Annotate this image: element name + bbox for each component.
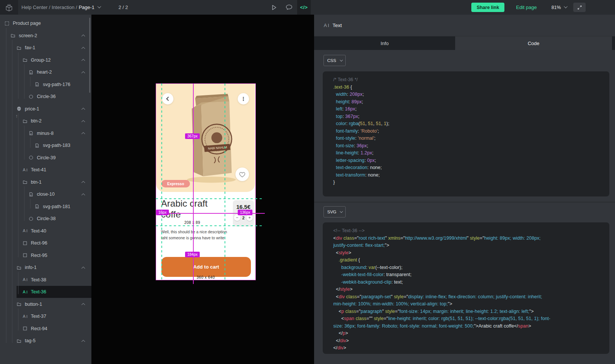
layer-row-fav-1[interactable]: fav-1 bbox=[0, 42, 91, 54]
guide-dashed-right bbox=[225, 83, 225, 280]
layer-label: Text-37 bbox=[31, 314, 46, 319]
svg-text:A: A bbox=[23, 228, 26, 233]
collapse-chevron-icon[interactable] bbox=[81, 47, 85, 50]
circle-layer-icon bbox=[29, 216, 33, 221]
layer-row-text-41[interactable]: AText-41 bbox=[0, 164, 91, 176]
breadcrumb[interactable]: Help Center / Interaction / Page-1 bbox=[21, 0, 100, 15]
layer-row-minus-8[interactable]: minus-8 bbox=[0, 127, 91, 139]
rect-layer-icon bbox=[23, 326, 27, 331]
tree-indent-guide bbox=[30, 199, 30, 209]
layer-tree: ↑ Product pagescreen-2fav-1Group-12heart… bbox=[0, 15, 91, 364]
layer-row-close-10[interactable]: close-10 bbox=[0, 188, 91, 200]
chevron-down-icon[interactable] bbox=[97, 5, 101, 8]
kebab-menu-button[interactable]: ⋮ bbox=[238, 93, 249, 104]
collapse-chevron-icon[interactable] bbox=[81, 132, 85, 136]
edit-page-link[interactable]: Edit page bbox=[516, 0, 537, 15]
breadcrumb-page[interactable]: Page-1 bbox=[79, 5, 94, 10]
layer-row-text-37[interactable]: AText-37 bbox=[0, 310, 91, 322]
collapse-chevron-icon[interactable] bbox=[81, 266, 85, 270]
tab-info[interactable]: Info bbox=[314, 36, 455, 50]
device-frame[interactable]: NABI NAHUM ⋮ Expresso Arabic craft coffe… bbox=[156, 83, 256, 280]
collapse-chevron-icon[interactable] bbox=[81, 35, 85, 38]
collapse-chevron-icon[interactable] bbox=[81, 193, 85, 197]
layer-row-svg-path-176[interactable]: svg-path-176 bbox=[0, 79, 91, 91]
text-dimensions-label: 208 x 89 bbox=[184, 221, 200, 225]
layer-row-btn-2[interactable]: btn-2 bbox=[0, 115, 91, 127]
collapse-chevron-icon[interactable] bbox=[81, 181, 85, 185]
text-layer-icon: A bbox=[23, 290, 27, 295]
play-button[interactable] bbox=[267, 0, 281, 15]
layer-label: button-1 bbox=[25, 302, 42, 307]
layer-row-text-36[interactable]: AText-36 bbox=[0, 286, 91, 298]
layer-row-text-38[interactable]: AText-38 bbox=[0, 274, 91, 286]
tab-code[interactable]: Code bbox=[455, 36, 612, 50]
layer-row-screen-2[interactable]: screen-2 bbox=[0, 30, 91, 42]
layer-row-price-1[interactable]: price-1 bbox=[0, 103, 91, 115]
app-logo[interactable] bbox=[0, 0, 18, 15]
design-canvas[interactable]: NABI NAHUM ⋮ Expresso Arabic craft coffe… bbox=[91, 15, 314, 364]
product-title[interactable]: Arabic craft coffe bbox=[161, 198, 228, 220]
minus-button[interactable]: − bbox=[234, 214, 240, 221]
comment-button[interactable] bbox=[282, 0, 296, 15]
collapse-chevron-icon[interactable] bbox=[81, 303, 85, 307]
collapse-chevron-icon[interactable] bbox=[81, 340, 85, 343]
css-language-dropdown[interactable]: CSS bbox=[323, 55, 346, 66]
layer-row-circle-38[interactable]: Circle-38 bbox=[0, 213, 91, 225]
collapse-chevron-icon[interactable] bbox=[81, 71, 85, 75]
collapse-chevron-icon[interactable] bbox=[81, 108, 85, 112]
sidebar-scrollbar[interactable] bbox=[89, 18, 90, 93]
layer-row-info-1[interactable]: info-1 bbox=[0, 261, 91, 273]
back-button[interactable] bbox=[162, 93, 173, 104]
code-line: size: 36px; font-family: Roboto; font-st… bbox=[333, 323, 599, 330]
zoom-control[interactable]: 81% bbox=[551, 0, 566, 15]
layer-row-circle-36[interactable]: Circle-36 bbox=[0, 91, 91, 103]
layer-row-circle-39[interactable]: Circle-39 bbox=[0, 152, 91, 164]
layer-row-button-1[interactable]: button-1 bbox=[0, 298, 91, 310]
code-line: </div> bbox=[333, 344, 599, 352]
tree-indent-guide bbox=[6, 28, 6, 343]
layer-row-svg-path-183[interactable]: svg-path-183 bbox=[0, 139, 91, 151]
chevron-left-icon bbox=[166, 97, 170, 101]
svg-language-dropdown[interactable]: SVG bbox=[323, 206, 346, 217]
layer-row-product page[interactable]: Product page bbox=[0, 17, 91, 29]
plus-button[interactable]: + bbox=[246, 214, 253, 221]
layer-row-rect-95[interactable]: Rect-95 bbox=[0, 249, 91, 261]
layer-row-rect-94[interactable]: Rect-94 bbox=[0, 323, 91, 335]
code-line: letter-spacing: 0px; bbox=[333, 157, 599, 165]
layer-row-tag-5[interactable]: tag-5 bbox=[0, 335, 91, 347]
code-line: line-height: 1.2px; bbox=[333, 150, 599, 157]
layer-row-btn-1[interactable]: btn-1 bbox=[0, 176, 91, 188]
collapse-chevron-icon[interactable] bbox=[81, 59, 85, 63]
layer-row-svg-path-181[interactable]: svg-path-181 bbox=[0, 201, 91, 213]
measurement-bottom: 184px bbox=[185, 252, 200, 257]
collapse-chevron-icon[interactable] bbox=[81, 120, 85, 124]
rect-layer-icon bbox=[23, 241, 27, 246]
fullscreen-button[interactable] bbox=[573, 3, 586, 12]
tab-bar-gutter bbox=[612, 36, 615, 50]
layer-label: info-1 bbox=[25, 265, 36, 270]
svg-text:A: A bbox=[23, 290, 26, 294]
favorite-button[interactable] bbox=[235, 168, 249, 181]
product-tag-badge[interactable]: Expresso bbox=[161, 180, 190, 187]
share-link-button[interactable]: Share link bbox=[471, 3, 504, 12]
svg-text:A: A bbox=[23, 314, 26, 319]
measurement-left: 16px bbox=[156, 210, 169, 215]
chevron-down-icon bbox=[340, 58, 343, 61]
tree-indent-guide bbox=[18, 113, 18, 257]
code-icon: </> bbox=[300, 5, 308, 10]
layer-row-heart-2[interactable]: heart-2 bbox=[0, 66, 91, 78]
layer-row-text-40[interactable]: AText-40 bbox=[0, 225, 91, 237]
product-description: Well, this should be a nice description … bbox=[161, 229, 244, 241]
layer-row-rect-96[interactable]: Rect-96 bbox=[0, 237, 91, 249]
add-to-cart-button[interactable]: Add to cart bbox=[161, 257, 251, 277]
layer-label: Text-36 bbox=[31, 289, 46, 295]
css-code-block[interactable]: /* Text-36 */.text-36 { width: 208px; he… bbox=[323, 71, 609, 196]
layer-label: Product page bbox=[13, 21, 41, 26]
layer-row-group-12[interactable]: Group-12 bbox=[0, 54, 91, 66]
layer-label: Circle-36 bbox=[37, 94, 56, 99]
text-layer-icon: A bbox=[23, 168, 27, 172]
code-mode-button[interactable]: </> bbox=[297, 0, 311, 15]
svg-code-block[interactable]: <!-- Text-36 --><div class="root rich-te… bbox=[323, 222, 609, 354]
code-line: font-size: 36px; bbox=[333, 142, 599, 150]
zoom-level: 81% bbox=[551, 5, 561, 10]
